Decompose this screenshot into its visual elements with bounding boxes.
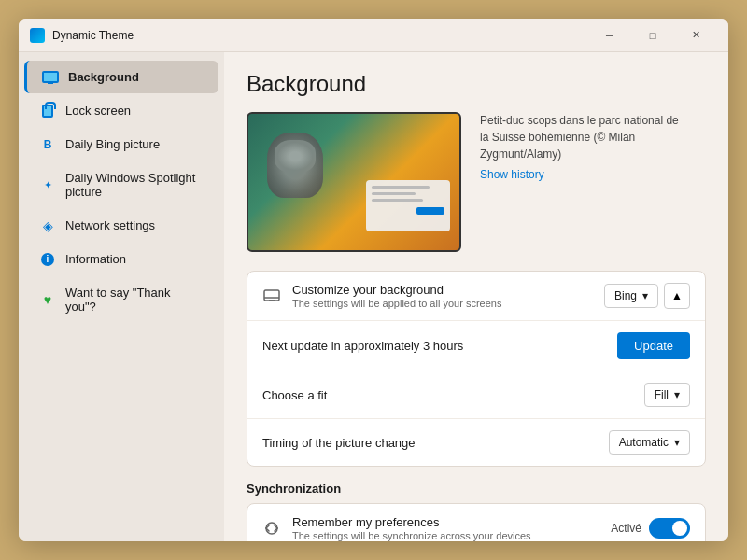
svg-rect-0 [264, 290, 279, 301]
dialog-lines [372, 186, 444, 202]
dialog-btn [416, 207, 444, 215]
chevron-down-icon: ▾ [642, 289, 648, 302]
fit-value: Fill [655, 388, 669, 401]
sync-desc: The settings will be synchronize across … [292, 530, 599, 541]
owl-image [267, 133, 323, 198]
sidebar-label-daily-spotlight: Daily Windows Spotlight picture [65, 171, 204, 199]
sidebar-item-daily-spotlight[interactable]: ✦ Daily Windows Spotlight picture [24, 161, 218, 208]
dialog-line-1 [372, 186, 430, 189]
toggle-status-label: Activé [611, 522, 641, 535]
customize-text: Customize your background The settings w… [292, 283, 593, 309]
network-icon: ◈ [39, 219, 56, 232]
dialog-line-2 [372, 192, 416, 195]
sidebar-item-daily-bing[interactable]: B Daily Bing picture [24, 128, 218, 161]
update-button[interactable]: Update [617, 332, 690, 359]
main-content: Background Petit-duc scops dans [224, 52, 728, 541]
fit-row: Choose a fit Fill ▾ [247, 371, 705, 419]
sync-row: Remember my preferences The settings wil… [247, 504, 705, 541]
sidebar-item-lockscreen[interactable]: Lock screen [24, 94, 218, 127]
sync-label: Remember my preferences [292, 515, 599, 529]
spotlight-icon: ✦ [39, 178, 56, 191]
source-value: Bing [614, 289, 637, 302]
preview-dialog [366, 180, 450, 231]
update-text: Next update in approximately 3 hours [262, 339, 606, 353]
fit-label: Choose a fit [262, 388, 633, 402]
sidebar: Background Lock screen B Daily Bing pict… [19, 52, 224, 541]
customize-icon [262, 287, 281, 305]
sync-toggle[interactable] [649, 518, 690, 539]
lock-icon [39, 105, 56, 118]
sidebar-item-background[interactable]: Background [24, 61, 218, 93]
heart-icon: ♥ [39, 293, 56, 306]
app-icon [30, 28, 45, 43]
timing-row: Timing of the picture change Automatic ▾ [247, 419, 705, 466]
sidebar-label-network: Network settings [65, 218, 155, 232]
source-dropdown[interactable]: Bing ▾ [604, 284, 658, 308]
page-title: Background [247, 71, 706, 97]
customize-row: Customize your background The settings w… [247, 272, 705, 321]
preview-caption-area: Petit-duc scops dans le parc national de… [480, 112, 685, 181]
minimize-button[interactable]: ─ [588, 19, 631, 52]
sidebar-label-daily-bing: Daily Bing picture [65, 137, 160, 151]
sync-panel: Remember my preferences The settings wil… [247, 503, 706, 541]
show-history-link[interactable]: Show history [480, 168, 685, 181]
dialog-line-3 [372, 199, 423, 202]
chevron-down-icon: ▾ [674, 436, 680, 449]
sync-control: Activé [611, 518, 690, 539]
close-button[interactable]: ✕ [674, 19, 717, 52]
preview-caption: Petit-duc scops dans le parc national de… [480, 112, 685, 162]
customize-label: Customize your background [292, 283, 593, 297]
customize-desc: The settings will be applied to all your… [292, 298, 593, 309]
update-label: Next update in approximately 3 hours [262, 339, 606, 353]
expand-icon: ▲ [671, 289, 683, 302]
sidebar-item-information[interactable]: i Information [24, 243, 218, 275]
update-control: Update [617, 332, 690, 359]
sidebar-label-thankyou: Want to say "Thank you"? [65, 286, 204, 314]
preview-section: Petit-duc scops dans le parc national de… [247, 112, 706, 252]
app-content: Background Lock screen B Daily Bing pict… [19, 52, 728, 541]
timing-control: Automatic ▾ [609, 430, 690, 455]
timing-dropdown[interactable]: Automatic ▾ [609, 430, 690, 455]
timing-value: Automatic [619, 436, 669, 449]
fit-control: Fill ▾ [644, 383, 690, 407]
app-window: Dynamic Theme ─ □ ✕ Background Lock scre… [19, 19, 728, 541]
window-controls: ─ □ ✕ [588, 19, 717, 52]
window-title: Dynamic Theme [52, 29, 588, 42]
update-row: Next update in approximately 3 hours Upd… [247, 321, 705, 371]
fit-text: Choose a fit [262, 388, 633, 402]
maximize-button[interactable]: □ [631, 19, 674, 52]
chevron-down-icon: ▾ [674, 388, 680, 401]
timing-label: Timing of the picture change [262, 436, 598, 450]
sidebar-label-background: Background [68, 70, 139, 84]
info-icon: i [39, 253, 56, 266]
fit-dropdown[interactable]: Fill ▾ [644, 383, 690, 407]
sidebar-item-thankyou[interactable]: ♥ Want to say "Thank you"? [24, 276, 218, 323]
sync-text: Remember my preferences The settings wil… [292, 515, 599, 541]
settings-panel: Customize your background The settings w… [247, 271, 706, 467]
expand-button[interactable]: ▲ [664, 283, 690, 309]
sidebar-label-lockscreen: Lock screen [65, 104, 131, 118]
timing-text: Timing of the picture change [262, 436, 598, 450]
sidebar-item-network[interactable]: ◈ Network settings [24, 209, 218, 242]
titlebar: Dynamic Theme ─ □ ✕ [19, 19, 728, 52]
sidebar-label-information: Information [65, 252, 126, 266]
sync-icon [262, 519, 281, 538]
bing-icon: B [39, 138, 56, 151]
customize-control: Bing ▾ ▲ [604, 283, 690, 309]
sync-section-header: Synchronization [247, 482, 706, 496]
monitor-icon [42, 71, 59, 84]
background-preview [247, 112, 461, 252]
